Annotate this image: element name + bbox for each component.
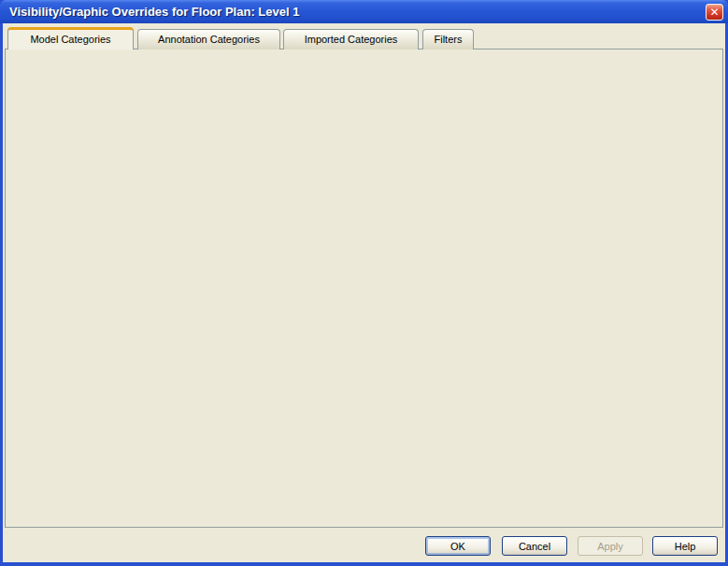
tab-label: Imported Categories xyxy=(305,34,398,45)
button-label: OK xyxy=(450,541,465,552)
tab-label: Annotation Categories xyxy=(158,34,260,45)
button-label: Cancel xyxy=(519,541,550,552)
help-button[interactable]: Help xyxy=(652,536,718,556)
tab-annotation-categories[interactable]: Annotation Categories xyxy=(137,29,280,50)
apply-button[interactable]: Apply xyxy=(578,536,643,556)
tab-label: Model Categories xyxy=(30,34,110,45)
tab-label: Filters xyxy=(435,34,463,45)
ok-button[interactable]: OK xyxy=(425,536,491,556)
cancel-button[interactable]: Cancel xyxy=(502,536,567,556)
close-icon[interactable] xyxy=(706,4,723,21)
tab-model-categories[interactable]: Model Categories xyxy=(7,27,134,50)
dialog-window: Visibility/Graphic Overrides for Floor P… xyxy=(0,0,728,566)
title-bar: Visibility/Graphic Overrides for Floor P… xyxy=(0,0,728,23)
model-categories-panel xyxy=(5,49,723,528)
window-title: Visibility/Graphic Overrides for Floor P… xyxy=(9,0,299,23)
tab-filters[interactable]: Filters xyxy=(422,29,474,50)
tab-imported-categories[interactable]: Imported Categories xyxy=(283,29,419,50)
button-label: Apply xyxy=(597,541,623,552)
button-label: Help xyxy=(675,541,696,552)
